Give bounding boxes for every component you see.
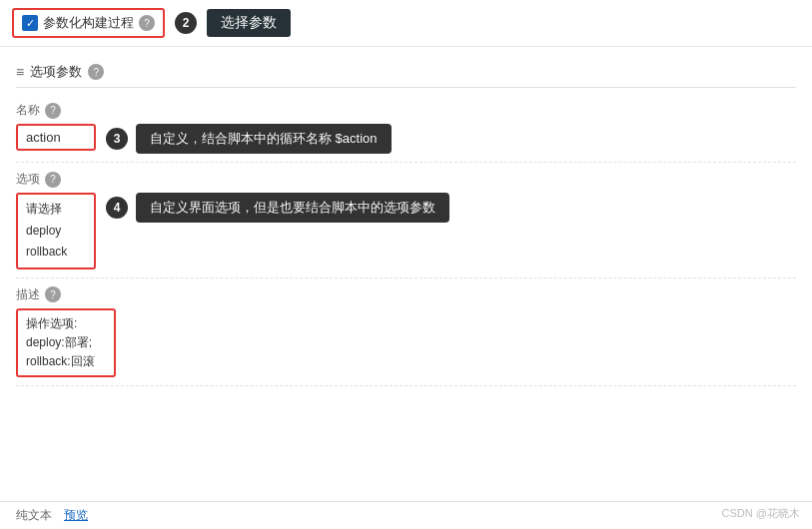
section-question-badge[interactable]: ?	[88, 64, 104, 80]
name-field-with-annotation: action 3 自定义，结合脚本中的循环名称 $action	[16, 124, 796, 154]
checkbox-icon: ✓	[22, 15, 38, 31]
name-input[interactable]: action	[16, 124, 96, 151]
top-bar: ✓ 参数化构建过程 ? 2 选择参数	[0, 0, 812, 47]
options-field-with-annotation: 请选择 deploy rollback 4 自定义界面选项，但是也要结合脚本中的…	[16, 193, 796, 269]
hamburger-icon: ≡	[16, 64, 24, 80]
desc-line1: 操作选项:	[26, 314, 106, 333]
desc-line2: deploy:部署;	[26, 333, 106, 352]
options-line2: rollback	[26, 242, 86, 264]
bottom-preview-link[interactable]: 预览	[64, 507, 88, 524]
annotation4-badge: 4	[106, 197, 128, 219]
annotation3-text: 自定义，结合脚本中的循环名称 $action	[136, 124, 392, 154]
annotation4-bubble: 4 自定义界面选项，但是也要结合脚本中的选项参数	[106, 193, 449, 223]
options-question-badge[interactable]: ?	[45, 172, 61, 188]
watermark: CSDN @花晓木	[722, 506, 800, 521]
checkbox-question-badge[interactable]: ?	[139, 15, 155, 31]
step2-label: 选择参数	[207, 9, 291, 37]
desc-textarea[interactable]: 操作选项: deploy:部署; rollback:回滚	[16, 308, 116, 378]
name-question-badge[interactable]: ?	[45, 103, 61, 119]
annotation3-bubble: 3 自定义，结合脚本中的循环名称 $action	[106, 124, 392, 154]
desc-field-with-annotation: 操作选项: deploy:部署; rollback:回滚	[16, 308, 796, 378]
section-header: ≡ 选项参数 ?	[16, 57, 796, 88]
checkbox-text: 参数化构建过程	[43, 14, 134, 32]
desc-line3: rollback:回滚	[26, 352, 106, 371]
annotation4-text: 自定义界面选项，但是也要结合脚本中的选项参数	[136, 193, 449, 223]
annotation3-badge: 3	[106, 128, 128, 150]
desc-question-badge[interactable]: ?	[45, 286, 61, 302]
name-label: 名称 ?	[16, 102, 796, 119]
name-field-row: 名称 ? action 3 自定义，结合脚本中的循环名称 $action	[16, 94, 796, 163]
options-placeholder: 请选择	[26, 199, 86, 221]
options-line1: deploy	[26, 221, 86, 243]
desc-label: 描述 ?	[16, 286, 796, 303]
content-area: ≡ 选项参数 ? 名称 ? action 3 自定义，结合脚本中的循环名称 $a…	[0, 47, 812, 396]
bottom-bar: 纯文本 预览	[0, 501, 812, 529]
bottom-plain-text: 纯文本	[16, 507, 52, 524]
section-title: 选项参数	[30, 63, 82, 81]
step2-badge: 2	[175, 12, 197, 34]
checkbox-container[interactable]: ✓ 参数化构建过程 ?	[12, 8, 165, 38]
options-select-box[interactable]: 请选择 deploy rollback	[16, 193, 96, 269]
options-label: 选项 ?	[16, 171, 796, 188]
desc-field-row: 描述 ? 操作选项: deploy:部署; rollback:回滚	[16, 278, 796, 387]
options-field-row: 选项 ? 请选择 deploy rollback 4 自定义界面选项，但是也要结…	[16, 163, 796, 278]
